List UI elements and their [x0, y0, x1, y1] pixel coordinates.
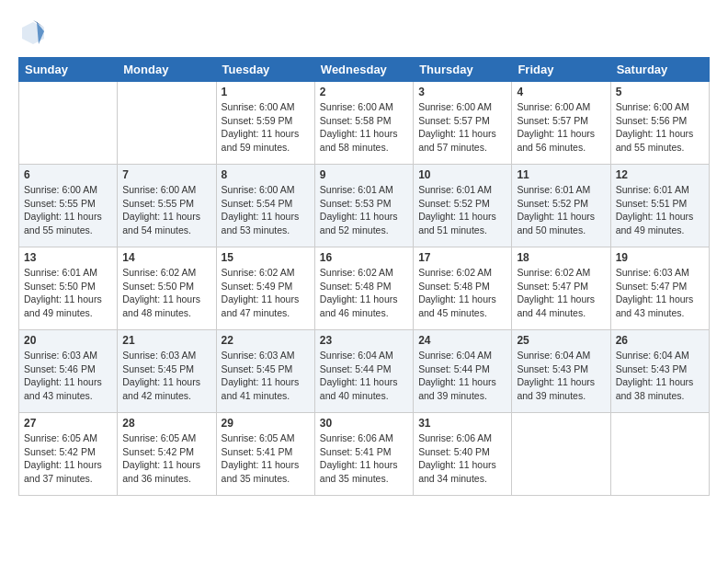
- day-number: 19: [616, 251, 704, 264]
- calendar-cell: 2Sunrise: 6:00 AM Sunset: 5:58 PM Daylig…: [314, 82, 413, 165]
- day-info: Sunrise: 6:06 AM Sunset: 5:40 PM Dayligh…: [418, 431, 506, 486]
- day-info: Sunrise: 6:00 AM Sunset: 5:57 PM Dayligh…: [418, 100, 506, 155]
- day-info: Sunrise: 6:01 AM Sunset: 5:52 PM Dayligh…: [418, 183, 506, 237]
- calendar-cell: 7Sunrise: 6:00 AM Sunset: 5:55 PM Daylig…: [118, 165, 216, 247]
- day-header-tuesday: Tuesday: [216, 58, 314, 82]
- day-number: 4: [517, 86, 605, 98]
- calendar-cell: 15Sunrise: 6:02 AM Sunset: 5:49 PM Dayli…: [216, 247, 314, 330]
- calendar-cell: 5Sunrise: 6:00 AM Sunset: 5:56 PM Daylig…: [610, 82, 709, 165]
- day-number: 27: [24, 417, 112, 430]
- day-info: Sunrise: 6:02 AM Sunset: 5:50 PM Dayligh…: [122, 266, 210, 320]
- calendar-cell: 26Sunrise: 6:04 AM Sunset: 5:43 PM Dayli…: [610, 330, 709, 413]
- day-number: 30: [320, 417, 408, 430]
- calendar-cell: 28Sunrise: 6:05 AM Sunset: 5:42 PM Dayli…: [118, 413, 216, 496]
- calendar-header-row: SundayMondayTuesdayWednesdayThursdayFrid…: [19, 58, 710, 82]
- day-info: Sunrise: 6:01 AM Sunset: 5:52 PM Dayligh…: [517, 183, 605, 237]
- day-number: 1: [222, 86, 310, 98]
- day-number: 14: [122, 251, 210, 264]
- day-number: 13: [24, 251, 112, 264]
- day-info: Sunrise: 6:03 AM Sunset: 5:46 PM Dayligh…: [24, 349, 112, 403]
- calendar-cell: 20Sunrise: 6:03 AM Sunset: 5:46 PM Dayli…: [19, 330, 118, 413]
- calendar-week-row: 6Sunrise: 6:00 AM Sunset: 5:55 PM Daylig…: [19, 165, 710, 247]
- day-number: 9: [320, 168, 408, 181]
- calendar-week-row: 20Sunrise: 6:03 AM Sunset: 5:46 PM Dayli…: [19, 330, 710, 413]
- day-info: Sunrise: 6:02 AM Sunset: 5:48 PM Dayligh…: [320, 266, 408, 320]
- day-number: 24: [418, 334, 506, 347]
- calendar-cell: 27Sunrise: 6:05 AM Sunset: 5:42 PM Dayli…: [19, 413, 118, 496]
- calendar-cell: 8Sunrise: 6:00 AM Sunset: 5:54 PM Daylig…: [216, 165, 314, 247]
- day-info: Sunrise: 6:05 AM Sunset: 5:41 PM Dayligh…: [222, 431, 310, 486]
- day-info: Sunrise: 6:02 AM Sunset: 5:48 PM Dayligh…: [418, 266, 506, 320]
- calendar-cell: 9Sunrise: 6:01 AM Sunset: 5:53 PM Daylig…: [314, 165, 413, 247]
- calendar-cell: 25Sunrise: 6:04 AM Sunset: 5:43 PM Dayli…: [512, 330, 610, 413]
- day-info: Sunrise: 6:04 AM Sunset: 5:43 PM Dayligh…: [517, 349, 605, 403]
- day-info: Sunrise: 6:00 AM Sunset: 5:57 PM Dayligh…: [517, 100, 605, 155]
- day-header-saturday: Saturday: [610, 58, 709, 82]
- calendar-cell: 16Sunrise: 6:02 AM Sunset: 5:48 PM Dayli…: [314, 247, 413, 330]
- calendar-cell: 6Sunrise: 6:00 AM Sunset: 5:55 PM Daylig…: [19, 165, 118, 247]
- calendar-cell: 12Sunrise: 6:01 AM Sunset: 5:51 PM Dayli…: [610, 165, 709, 247]
- calendar-cell: [512, 413, 610, 496]
- day-header-thursday: Thursday: [414, 58, 512, 82]
- logo: [18, 18, 50, 48]
- calendar-cell: 30Sunrise: 6:06 AM Sunset: 5:41 PM Dayli…: [314, 413, 413, 496]
- day-info: Sunrise: 6:00 AM Sunset: 5:54 PM Dayligh…: [222, 183, 310, 237]
- day-info: Sunrise: 6:06 AM Sunset: 5:41 PM Dayligh…: [320, 431, 408, 486]
- calendar-week-row: 13Sunrise: 6:01 AM Sunset: 5:50 PM Dayli…: [19, 247, 710, 330]
- day-info: Sunrise: 6:01 AM Sunset: 5:50 PM Dayligh…: [24, 266, 112, 320]
- calendar-cell: 24Sunrise: 6:04 AM Sunset: 5:44 PM Dayli…: [414, 330, 512, 413]
- day-number: 28: [122, 417, 210, 430]
- day-info: Sunrise: 6:04 AM Sunset: 5:43 PM Dayligh…: [616, 349, 704, 403]
- calendar-table: SundayMondayTuesdayWednesdayThursdayFrid…: [18, 57, 710, 496]
- day-info: Sunrise: 6:03 AM Sunset: 5:45 PM Dayligh…: [222, 349, 310, 403]
- logo-icon: [18, 18, 48, 48]
- calendar-week-row: 27Sunrise: 6:05 AM Sunset: 5:42 PM Dayli…: [19, 413, 710, 496]
- day-info: Sunrise: 6:00 AM Sunset: 5:59 PM Dayligh…: [222, 100, 310, 155]
- day-number: 26: [616, 334, 704, 347]
- calendar-cell: 14Sunrise: 6:02 AM Sunset: 5:50 PM Dayli…: [118, 247, 216, 330]
- day-number: 29: [222, 417, 310, 430]
- day-number: 11: [517, 168, 605, 181]
- day-info: Sunrise: 6:05 AM Sunset: 5:42 PM Dayligh…: [24, 431, 112, 486]
- day-info: Sunrise: 6:00 AM Sunset: 5:55 PM Dayligh…: [122, 183, 210, 237]
- day-info: Sunrise: 6:02 AM Sunset: 5:49 PM Dayligh…: [222, 266, 310, 320]
- day-info: Sunrise: 6:02 AM Sunset: 5:47 PM Dayligh…: [517, 266, 605, 320]
- page-header: [18, 18, 710, 48]
- day-number: 21: [122, 334, 210, 347]
- day-info: Sunrise: 6:00 AM Sunset: 5:56 PM Dayligh…: [616, 100, 704, 155]
- day-number: 6: [24, 168, 112, 181]
- day-number: 23: [320, 334, 408, 347]
- day-number: 22: [222, 334, 310, 347]
- day-number: 5: [616, 86, 704, 98]
- day-number: 2: [320, 86, 408, 98]
- day-header-sunday: Sunday: [19, 58, 118, 82]
- day-number: 17: [418, 251, 506, 264]
- day-number: 16: [320, 251, 408, 264]
- calendar-cell: [118, 82, 216, 165]
- calendar-cell: 10Sunrise: 6:01 AM Sunset: 5:52 PM Dayli…: [414, 165, 512, 247]
- day-info: Sunrise: 6:03 AM Sunset: 5:45 PM Dayligh…: [122, 349, 210, 403]
- day-number: 31: [418, 417, 506, 430]
- calendar-cell: 11Sunrise: 6:01 AM Sunset: 5:52 PM Dayli…: [512, 165, 610, 247]
- day-info: Sunrise: 6:03 AM Sunset: 5:47 PM Dayligh…: [616, 266, 704, 320]
- day-number: 3: [418, 86, 506, 98]
- day-info: Sunrise: 6:00 AM Sunset: 5:55 PM Dayligh…: [24, 183, 112, 237]
- day-number: 7: [122, 168, 210, 181]
- day-header-monday: Monday: [118, 58, 216, 82]
- day-number: 10: [418, 168, 506, 181]
- day-header-friday: Friday: [512, 58, 610, 82]
- day-number: 12: [616, 168, 704, 181]
- day-info: Sunrise: 6:01 AM Sunset: 5:51 PM Dayligh…: [616, 183, 704, 237]
- calendar-cell: 3Sunrise: 6:00 AM Sunset: 5:57 PM Daylig…: [414, 82, 512, 165]
- day-info: Sunrise: 6:04 AM Sunset: 5:44 PM Dayligh…: [418, 349, 506, 403]
- calendar-cell: 17Sunrise: 6:02 AM Sunset: 5:48 PM Dayli…: [414, 247, 512, 330]
- calendar-cell: 4Sunrise: 6:00 AM Sunset: 5:57 PM Daylig…: [512, 82, 610, 165]
- calendar-cell: 22Sunrise: 6:03 AM Sunset: 5:45 PM Dayli…: [216, 330, 314, 413]
- day-info: Sunrise: 6:00 AM Sunset: 5:58 PM Dayligh…: [320, 100, 408, 155]
- day-number: 25: [517, 334, 605, 347]
- day-info: Sunrise: 6:05 AM Sunset: 5:42 PM Dayligh…: [122, 431, 210, 486]
- day-info: Sunrise: 6:04 AM Sunset: 5:44 PM Dayligh…: [320, 349, 408, 403]
- day-header-wednesday: Wednesday: [314, 58, 413, 82]
- calendar-cell: [610, 413, 709, 496]
- calendar-cell: 13Sunrise: 6:01 AM Sunset: 5:50 PM Dayli…: [19, 247, 118, 330]
